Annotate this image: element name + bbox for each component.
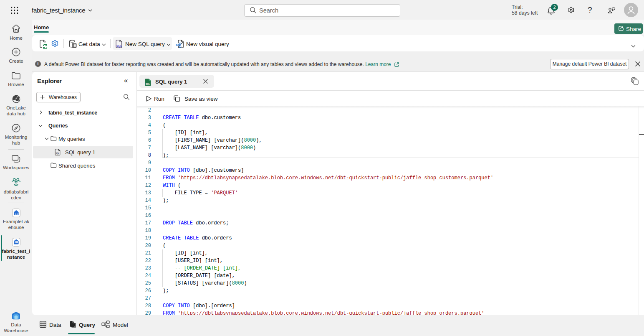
svg-text:SQL: SQL (56, 153, 60, 155)
svg-text:SQL: SQL (116, 44, 122, 48)
svg-text:SQL: SQL (146, 83, 150, 85)
